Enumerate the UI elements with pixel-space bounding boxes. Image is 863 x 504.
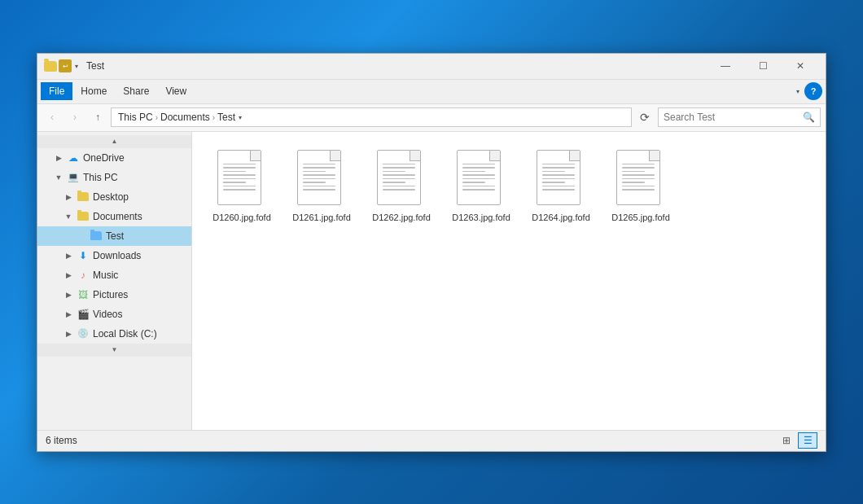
file-item[interactable]: D1261.jpg.fofd [285,145,358,228]
sidebar-item-desktop[interactable]: ▶ Desktop [37,187,191,207]
expand-arrow-thispc: ▼ [54,173,64,182]
breadcrumb-arrow-2: › [212,113,215,122]
view-buttons: ⊞ ☰ [777,432,817,449]
sidebar: ▲ ▶ ☁ OneDrive ▼ 💻 This PC ▶ [37,132,192,430]
search-input[interactable] [664,112,803,123]
breadcrumb-dropdown-icon[interactable]: ▾ [239,114,242,121]
expand-arrow-localdisk: ▶ [64,330,73,338]
sidebar-item-videos[interactable]: ▶ 🎬 Videos [37,305,191,324]
expand-arrow-videos: ▶ [64,310,73,318]
up-button[interactable]: ↑ [88,107,107,127]
file-icon [457,150,506,208]
file-name: D1265.jpg.fofd [611,212,670,223]
menu-expand-icon[interactable]: ▾ [796,88,799,95]
desktop-folder-icon [77,191,90,204]
file-name: D1260.jpg.fofd [212,212,271,223]
file-item[interactable]: D1265.jpg.fofd [604,145,677,228]
sidebar-label-videos: Videos [93,309,122,320]
back-button[interactable]: ‹ [42,107,62,127]
sidebar-item-onedrive[interactable]: ▶ ☁ OneDrive [37,148,191,168]
sidebar-label-test: Test [106,230,124,242]
sidebar-label-thispc: This PC [83,172,118,183]
expand-arrow-onedrive: ▶ [54,154,64,162]
search-icon-button[interactable]: 🔍 [803,112,815,123]
sidebar-label-downloads: Downloads [93,250,141,261]
sidebar-item-localdisk[interactable]: ▶ 💿 Local Disk (C:) [37,324,191,344]
file-area: D1260.jpg.fofdD1261.jpg.fofdD1262.jpg.fo… [192,132,826,430]
address-path[interactable]: This PC › Documents › Test ▾ [111,107,632,127]
file-icon [297,150,346,208]
file-icon [537,150,585,208]
forward-button[interactable]: › [65,107,85,127]
sidebar-item-downloads[interactable]: ▶ ⬇ Downloads [37,246,191,265]
menu-bar: File Home Share View ▾ ? [37,80,826,104]
test-folder-icon [90,230,103,243]
sidebar-scroll-down[interactable]: ▼ [37,344,191,357]
disk-icon: 💿 [77,327,90,340]
expand-arrow-downloads: ▶ [64,252,73,260]
file-icon [217,150,266,208]
file-icon [377,150,426,208]
menu-file[interactable]: File [41,82,72,100]
status-item-count: 6 items [46,435,777,446]
file-item[interactable]: D1264.jpg.fofd [524,145,598,228]
menu-home[interactable]: Home [72,82,115,100]
breadcrumb-thispc: This PC [118,112,153,123]
expand-arrow-documents: ▼ [64,213,73,221]
folder-icon-small [44,59,57,72]
status-bar: 6 items ⊞ ☰ [37,430,826,451]
sidebar-item-thispc[interactable]: ▼ 💻 This PC [37,168,191,187]
file-name: D1264.jpg.fofd [532,212,590,223]
window-title: Test [86,60,104,72]
pictures-icon: 🖼 [77,288,90,301]
sidebar-item-documents[interactable]: ▼ Documents [37,207,191,226]
downloads-icon: ⬇ [77,249,90,262]
breadcrumb-arrow-1: › [156,113,158,122]
music-icon: ♪ [77,269,90,282]
grid-view-button[interactable]: ⊞ [777,432,796,449]
pc-icon: 💻 [67,171,80,184]
sidebar-label-desktop: Desktop [93,191,129,203]
file-name: D1263.jpg.fofd [452,212,510,223]
sidebar-item-music[interactable]: ▶ ♪ Music [37,265,191,285]
sidebar-label-pictures: Pictures [93,289,128,300]
sidebar-label-onedrive: OneDrive [83,152,125,164]
expand-arrow-desktop: ▶ [64,193,73,201]
documents-folder-icon [77,210,90,223]
undo-icon: ↩ [59,59,72,72]
expand-arrow-pictures: ▶ [64,291,73,299]
menu-share[interactable]: Share [115,82,157,100]
window-controls: — ☐ ✕ [707,53,819,79]
content-area: ▲ ▶ ☁ OneDrive ▼ 💻 This PC ▶ [37,132,826,430]
search-box: 🔍 [658,107,821,127]
list-view-button[interactable]: ☰ [798,432,817,449]
help-button[interactable]: ? [804,82,822,100]
minimize-button[interactable]: — [707,53,744,79]
address-bar: ‹ › ↑ This PC › Documents › Test ▾ ⟳ 🔍 [37,104,826,132]
file-icon [616,150,665,208]
menu-view[interactable]: View [157,82,195,100]
file-name: D1262.jpg.fofd [372,212,431,223]
videos-icon: 🎬 [77,308,90,321]
title-bar-icons: ↩ ▾ [44,59,78,72]
file-item[interactable]: D1260.jpg.fofd [205,145,278,228]
sidebar-scroll-up[interactable]: ▲ [37,135,191,148]
sidebar-label-music: Music [93,270,118,281]
sidebar-label-localdisk: Local Disk (C:) [93,328,157,340]
breadcrumb-documents: Documents [160,112,210,123]
sidebar-item-test[interactable]: Test [37,226,191,246]
sidebar-item-pictures[interactable]: ▶ 🖼 Pictures [37,285,191,305]
title-bar: ↩ ▾ Test — ☐ ✕ [37,54,826,80]
close-button[interactable]: ✕ [782,53,819,79]
refresh-button[interactable]: ⟳ [635,107,655,127]
sidebar-label-documents: Documents [93,211,142,222]
maximize-button[interactable]: ☐ [744,53,782,79]
file-name: D1261.jpg.fofd [292,212,351,223]
file-item[interactable]: D1262.jpg.fofd [365,145,438,228]
expand-arrow-music: ▶ [64,271,73,279]
file-item[interactable]: D1263.jpg.fofd [445,145,518,228]
file-explorer-window: ↩ ▾ Test — ☐ ✕ File Home Share View ▾ ? … [37,53,826,452]
title-dropdown-icon[interactable]: ▾ [75,63,78,70]
onedrive-icon: ☁ [67,151,80,164]
breadcrumb-test: Test [217,112,235,123]
